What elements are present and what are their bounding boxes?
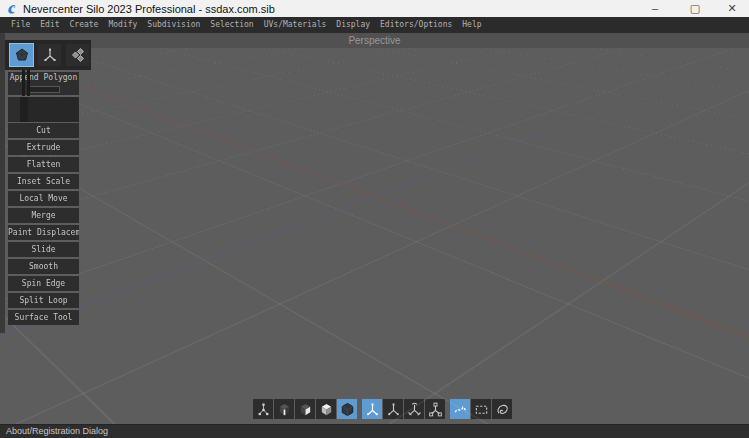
object-cube-icon xyxy=(319,402,334,417)
uv-tool-button[interactable] xyxy=(65,43,90,67)
status-text: About/Registration Dialog xyxy=(6,426,108,436)
minimize-button[interactable]: – xyxy=(635,0,675,17)
menu-item[interactable]: Display xyxy=(331,17,375,33)
tool-button[interactable]: Merge xyxy=(8,208,79,223)
tool-button[interactable]: Flatten xyxy=(8,157,79,172)
marquee-rect-icon xyxy=(474,402,489,417)
menu-item[interactable]: Edit xyxy=(35,17,64,33)
manipulator-tool-button[interactable] xyxy=(362,399,382,419)
tool-button[interactable]: Surface Tool xyxy=(8,310,79,325)
move-tripod-icon xyxy=(386,402,401,417)
lasso-select-button[interactable] xyxy=(492,399,512,419)
scale-tripod-icon xyxy=(428,402,443,417)
tool-button[interactable]: Slide xyxy=(8,242,79,257)
viewport-3d[interactable]: Perspective xyxy=(0,33,749,424)
vertex-mode-button[interactable] xyxy=(253,399,273,419)
gem-tool-button[interactable] xyxy=(9,43,34,67)
area-select-button[interactable] xyxy=(471,399,491,419)
scale-tool-button[interactable] xyxy=(425,399,445,419)
edge-mode-button[interactable] xyxy=(274,399,294,419)
menu-item[interactable]: Editors/Options xyxy=(375,17,457,33)
window-title: Nevercenter Silo 2023 Professional - ssd… xyxy=(23,3,275,15)
move-tool-button[interactable] xyxy=(383,399,403,419)
tool-button[interactable]: Spin Edge xyxy=(8,276,79,291)
append-polygon-subbox xyxy=(28,86,60,93)
menu-item[interactable]: UVs/Materials xyxy=(259,17,332,33)
menu-item[interactable]: Create xyxy=(65,17,104,33)
menu-bar: FileEditCreateModifySubdivisionSelection… xyxy=(0,17,749,33)
multiselect-mode-button[interactable] xyxy=(337,399,357,419)
bottom-toolbar xyxy=(253,399,513,419)
title-bar: Nevercenter Silo 2023 Professional - ssd… xyxy=(0,0,749,17)
ground-grid xyxy=(0,33,749,196)
menu-item[interactable]: Help xyxy=(457,17,486,33)
pressed-tool-button[interactable] xyxy=(8,97,79,122)
tool-button[interactable]: Smooth xyxy=(8,259,79,274)
tool-button[interactable]: Inset Scale xyxy=(8,174,79,189)
app-logo-icon xyxy=(6,3,18,15)
menu-item[interactable]: Subdivision xyxy=(142,17,205,33)
paint-curve-icon xyxy=(453,402,468,417)
tool-mode-row xyxy=(5,40,91,70)
axis-tool-button[interactable] xyxy=(37,43,62,67)
tool-button[interactable]: Local Move xyxy=(8,191,79,206)
face-cube-icon xyxy=(298,402,313,417)
scrollbar-artifact xyxy=(27,70,30,96)
paint-select-button[interactable] xyxy=(450,399,470,419)
panel-edge-strip xyxy=(0,33,5,333)
app-window: Nevercenter Silo 2023 Professional - ssd… xyxy=(0,0,749,438)
tool-button[interactable]: Cut xyxy=(8,123,79,138)
tool-button-list: CutExtrudeFlattenInset ScaleLocal MoveMe… xyxy=(8,123,79,327)
vertex-icon xyxy=(256,402,271,417)
append-polygon-button[interactable]: Append Polygon xyxy=(8,72,79,95)
rotate-tool-button[interactable] xyxy=(404,399,424,419)
tool-button[interactable]: Extrude xyxy=(8,140,79,155)
hexagon-icon xyxy=(340,402,355,417)
face-mode-button[interactable] xyxy=(295,399,315,419)
menu-item[interactable]: File xyxy=(6,17,35,33)
status-bar: About/Registration Dialog xyxy=(0,424,749,438)
close-button[interactable]: ✕ xyxy=(715,0,749,17)
rotate-tripod-icon xyxy=(407,402,422,417)
gem-icon xyxy=(14,47,30,63)
menu-items: FileEditCreateModifySubdivisionSelection… xyxy=(0,17,749,33)
window-controls: – ▢ ✕ xyxy=(635,0,749,17)
append-polygon-label: Append Polygon xyxy=(8,72,79,83)
viewport-name-label: Perspective xyxy=(0,35,749,46)
tripod-icon xyxy=(365,402,380,417)
scrollbar-artifact xyxy=(22,70,25,96)
edge-cube-icon xyxy=(277,402,292,417)
menu-item[interactable]: Modify xyxy=(103,17,142,33)
tool-button[interactable]: Split Loop xyxy=(8,293,79,308)
maximize-button[interactable]: ▢ xyxy=(675,0,715,17)
tripod-icon xyxy=(42,47,58,63)
lasso-icon xyxy=(495,402,510,417)
object-mode-button[interactable] xyxy=(316,399,336,419)
tool-button[interactable]: Paint Displacement xyxy=(8,225,79,240)
diamonds-icon xyxy=(70,47,86,63)
menu-item[interactable]: Selection xyxy=(205,17,258,33)
